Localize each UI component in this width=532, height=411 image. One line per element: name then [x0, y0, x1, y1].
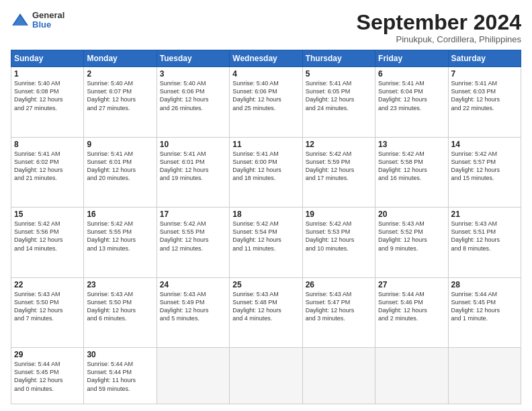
- day-info: Sunrise: 5:41 AM Sunset: 6:04 PM Dayligh…: [378, 79, 445, 112]
- day-info: Sunrise: 5:44 AM Sunset: 5:45 PM Dayligh…: [451, 290, 518, 323]
- day-cell: 26Sunrise: 5:43 AM Sunset: 5:47 PM Dayli…: [302, 277, 375, 348]
- day-cell: 6Sunrise: 5:41 AM Sunset: 6:04 PM Daylig…: [375, 67, 448, 138]
- day-number: 18: [232, 210, 299, 219]
- header-wednesday: Wednesday: [230, 50, 302, 67]
- day-cell: 3Sunrise: 5:40 AM Sunset: 6:06 PM Daylig…: [157, 67, 229, 138]
- day-info: Sunrise: 5:40 AM Sunset: 6:06 PM Dayligh…: [232, 79, 299, 112]
- day-info: Sunrise: 5:44 AM Sunset: 5:44 PM Dayligh…: [87, 360, 153, 393]
- calendar-header-row: SundayMondayTuesdayWednesdayThursdayFrid…: [11, 50, 521, 67]
- day-cell: 2Sunrise: 5:40 AM Sunset: 6:07 PM Daylig…: [84, 67, 157, 138]
- day-number: 3: [160, 69, 226, 79]
- day-cell: [157, 348, 229, 404]
- day-info: Sunrise: 5:41 AM Sunset: 6:03 PM Dayligh…: [451, 79, 518, 112]
- day-number: 5: [306, 69, 372, 79]
- day-number: 21: [451, 210, 518, 219]
- day-cell: 29Sunrise: 5:44 AM Sunset: 5:45 PM Dayli…: [11, 348, 84, 404]
- day-cell: 9Sunrise: 5:41 AM Sunset: 6:01 PM Daylig…: [84, 137, 157, 208]
- week-row-1: 1Sunrise: 5:40 AM Sunset: 6:08 PM Daylig…: [11, 67, 521, 138]
- day-number: 10: [160, 140, 226, 149]
- day-cell: 13Sunrise: 5:42 AM Sunset: 5:58 PM Dayli…: [375, 137, 448, 208]
- day-number: 23: [87, 280, 153, 289]
- day-info: Sunrise: 5:42 AM Sunset: 5:53 PM Dayligh…: [306, 220, 372, 253]
- logo-text: General Blue: [32, 11, 64, 30]
- day-info: Sunrise: 5:40 AM Sunset: 6:06 PM Dayligh…: [160, 79, 226, 112]
- day-number: 12: [306, 140, 372, 149]
- day-info: Sunrise: 5:42 AM Sunset: 5:58 PM Dayligh…: [378, 150, 445, 183]
- day-number: 16: [87, 210, 153, 219]
- day-cell: 11Sunrise: 5:41 AM Sunset: 6:00 PM Dayli…: [230, 137, 302, 208]
- day-info: Sunrise: 5:42 AM Sunset: 5:55 PM Dayligh…: [160, 220, 226, 253]
- location: Pinukpuk, Cordillera, Philippines: [357, 34, 521, 44]
- header-monday: Monday: [84, 50, 157, 67]
- logo-general: General: [32, 11, 64, 20]
- day-number: 4: [232, 69, 299, 79]
- day-number: 22: [14, 280, 81, 289]
- day-info: Sunrise: 5:42 AM Sunset: 5:59 PM Dayligh…: [306, 150, 372, 183]
- day-info: Sunrise: 5:40 AM Sunset: 6:07 PM Dayligh…: [87, 79, 153, 112]
- day-cell: [375, 348, 448, 404]
- header-saturday: Saturday: [448, 50, 521, 67]
- day-number: 25: [232, 280, 299, 289]
- week-row-2: 8Sunrise: 5:41 AM Sunset: 6:02 PM Daylig…: [11, 137, 521, 208]
- day-cell: 27Sunrise: 5:44 AM Sunset: 5:46 PM Dayli…: [375, 277, 448, 348]
- logo-blue: Blue: [32, 20, 64, 30]
- day-cell: 5Sunrise: 5:41 AM Sunset: 6:05 PM Daylig…: [302, 67, 375, 138]
- day-cell: 28Sunrise: 5:44 AM Sunset: 5:45 PM Dayli…: [448, 277, 521, 348]
- day-cell: 4Sunrise: 5:40 AM Sunset: 6:06 PM Daylig…: [230, 67, 302, 138]
- day-info: Sunrise: 5:40 AM Sunset: 6:08 PM Dayligh…: [14, 79, 81, 112]
- day-number: 26: [306, 280, 372, 289]
- day-info: Sunrise: 5:43 AM Sunset: 5:51 PM Dayligh…: [451, 220, 518, 253]
- day-info: Sunrise: 5:44 AM Sunset: 5:45 PM Dayligh…: [14, 360, 81, 393]
- day-cell: 20Sunrise: 5:43 AM Sunset: 5:52 PM Dayli…: [375, 208, 448, 278]
- day-number: 1: [14, 69, 81, 79]
- header-friday: Friday: [375, 50, 448, 67]
- day-info: Sunrise: 5:41 AM Sunset: 6:05 PM Dayligh…: [306, 79, 372, 112]
- day-info: Sunrise: 5:43 AM Sunset: 5:50 PM Dayligh…: [14, 290, 81, 323]
- day-cell: 18Sunrise: 5:42 AM Sunset: 5:54 PM Dayli…: [230, 208, 302, 278]
- day-cell: 10Sunrise: 5:41 AM Sunset: 6:01 PM Dayli…: [157, 137, 229, 208]
- header: General Blue September 2024 Pinukpuk, Co…: [11, 11, 521, 44]
- day-info: Sunrise: 5:43 AM Sunset: 5:50 PM Dayligh…: [87, 290, 153, 323]
- day-cell: 8Sunrise: 5:41 AM Sunset: 6:02 PM Daylig…: [11, 137, 84, 208]
- day-cell: 7Sunrise: 5:41 AM Sunset: 6:03 PM Daylig…: [448, 67, 521, 138]
- day-number: 15: [14, 210, 81, 219]
- day-info: Sunrise: 5:43 AM Sunset: 5:52 PM Dayligh…: [378, 220, 445, 253]
- day-cell: 24Sunrise: 5:43 AM Sunset: 5:49 PM Dayli…: [157, 277, 229, 348]
- day-number: 19: [306, 210, 372, 219]
- day-number: 8: [14, 140, 81, 149]
- day-cell: 30Sunrise: 5:44 AM Sunset: 5:44 PM Dayli…: [84, 348, 157, 404]
- day-cell: 1Sunrise: 5:40 AM Sunset: 6:08 PM Daylig…: [11, 67, 84, 138]
- day-number: 13: [378, 140, 445, 149]
- header-sunday: Sunday: [11, 50, 84, 67]
- day-info: Sunrise: 5:44 AM Sunset: 5:46 PM Dayligh…: [378, 290, 445, 323]
- day-info: Sunrise: 5:42 AM Sunset: 5:54 PM Dayligh…: [232, 220, 299, 253]
- day-number: 29: [14, 350, 81, 359]
- month-title: September 2024: [357, 11, 521, 34]
- week-row-4: 22Sunrise: 5:43 AM Sunset: 5:50 PM Dayli…: [11, 277, 521, 348]
- day-number: 7: [451, 69, 518, 79]
- day-info: Sunrise: 5:41 AM Sunset: 6:01 PM Dayligh…: [160, 150, 226, 183]
- day-cell: 25Sunrise: 5:43 AM Sunset: 5:48 PM Dayli…: [230, 277, 302, 348]
- day-number: 11: [232, 140, 299, 149]
- day-cell: 12Sunrise: 5:42 AM Sunset: 5:59 PM Dayli…: [302, 137, 375, 208]
- day-cell: 19Sunrise: 5:42 AM Sunset: 5:53 PM Dayli…: [302, 208, 375, 278]
- calendar-table: SundayMondayTuesdayWednesdayThursdayFrid…: [11, 50, 521, 404]
- day-info: Sunrise: 5:43 AM Sunset: 5:47 PM Dayligh…: [306, 290, 372, 323]
- logo: General Blue: [11, 11, 64, 30]
- day-cell: [302, 348, 375, 404]
- day-number: 30: [87, 350, 153, 359]
- day-cell: 14Sunrise: 5:42 AM Sunset: 5:57 PM Dayli…: [448, 137, 521, 208]
- header-tuesday: Tuesday: [157, 50, 229, 67]
- logo-icon: [11, 11, 30, 30]
- day-number: 27: [378, 280, 445, 289]
- day-number: 6: [378, 69, 445, 79]
- day-info: Sunrise: 5:42 AM Sunset: 5:56 PM Dayligh…: [14, 220, 81, 253]
- day-info: Sunrise: 5:41 AM Sunset: 6:00 PM Dayligh…: [232, 150, 299, 183]
- day-info: Sunrise: 5:42 AM Sunset: 5:57 PM Dayligh…: [451, 150, 518, 183]
- title-block: September 2024 Pinukpuk, Cordillera, Phi…: [357, 11, 521, 44]
- day-number: 28: [451, 280, 518, 289]
- day-info: Sunrise: 5:41 AM Sunset: 6:02 PM Dayligh…: [14, 150, 81, 183]
- day-cell: 17Sunrise: 5:42 AM Sunset: 5:55 PM Dayli…: [157, 208, 229, 278]
- day-cell: 16Sunrise: 5:42 AM Sunset: 5:55 PM Dayli…: [84, 208, 157, 278]
- page: General Blue September 2024 Pinukpuk, Co…: [0, 0, 532, 411]
